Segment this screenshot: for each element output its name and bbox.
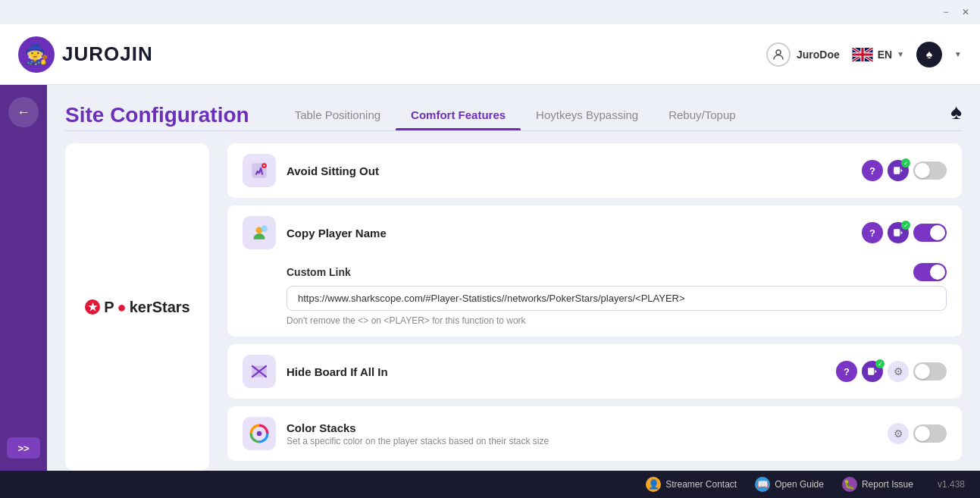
svg-text:★: ★ [88, 301, 98, 313]
copy-player-name-label: Copy Player Name [286, 227, 851, 240]
streamer-contact-button[interactable]: 👤 Streamer Contact [646, 477, 737, 492]
avatar-chevron-icon: ▼ [954, 50, 962, 58]
lang-area[interactable]: EN ▼ [852, 48, 904, 61]
page-header: Site Configuration Table Positioning Com… [65, 100, 962, 130]
svg-text:🧙: 🧙 [24, 42, 49, 66]
hide-board-controls: ? ✓ ⚙ [836, 361, 947, 382]
copy-player-name-controls: ? ✓ [862, 222, 947, 243]
svg-marker-9 [901, 169, 903, 173]
sidebar: ← >> [0, 85, 47, 471]
username: JuroDoe [797, 49, 840, 61]
avoid-sitting-out-controls: ? ✓ [862, 160, 947, 181]
svg-point-2 [776, 50, 781, 55]
avoid-sitting-out-video-button[interactable]: ✓ [888, 160, 909, 181]
feature-row-avoid-sitting-out: Avoid Sitting Out ? ✓ [227, 143, 962, 198]
feature-row-hide-board: Hide Board If All In ? ✓ ⚙ [227, 344, 962, 399]
pokerstars-text: P [104, 299, 114, 316]
hide-board-icon [243, 355, 276, 388]
color-stacks-desc: Set a specific color on the player stack… [286, 436, 877, 446]
open-guide-label: Open Guide [775, 479, 824, 490]
avoid-sitting-out-icon [243, 154, 276, 187]
custom-link-input[interactable] [286, 286, 947, 311]
lang-text: EN [878, 49, 892, 61]
close-button[interactable]: ✕ [960, 7, 971, 17]
minimize-button[interactable]: − [941, 7, 951, 17]
user-icon [766, 42, 791, 67]
avoid-sitting-out-label: Avoid Sitting Out [286, 164, 851, 177]
site-card: ★ P●kerStars [65, 143, 209, 471]
svg-point-18 [257, 431, 262, 437]
pokerstars-icon: ★ [84, 299, 101, 315]
hide-board-label: Hide Board If All In [286, 365, 825, 378]
tab-rebuy-topup[interactable]: Rebuy/Topup [653, 102, 750, 130]
avoid-sitting-out-video-badge: ✓ [901, 158, 910, 168]
avoid-sitting-out-help-button[interactable]: ? [862, 160, 883, 181]
custom-link-row: Custom Link Don't remove the <> on <PLAY… [243, 263, 947, 326]
tab-table-positioning[interactable]: Table Positioning [280, 102, 396, 130]
back-button[interactable]: ← [8, 97, 39, 127]
avatar-button[interactable]: ♠ [916, 42, 942, 67]
header: 🧙 JUROJIN JuroDoe EN ▼ [0, 24, 980, 85]
open-guide-button[interactable]: 📖 Open Guide [755, 477, 824, 492]
hide-board-help-button[interactable]: ? [836, 361, 857, 382]
report-issue-button[interactable]: 🐛 Report Issue [842, 477, 913, 492]
content-area: Site Configuration Table Positioning Com… [47, 85, 980, 471]
copy-player-name-icon [243, 216, 276, 249]
logo-icon: 🧙 [18, 36, 55, 73]
svg-rect-15 [868, 368, 874, 374]
flag-icon [852, 48, 873, 61]
hide-board-video-badge: ✓ [875, 359, 885, 368]
tab-comfort-features[interactable]: Comfort Features [396, 102, 521, 130]
color-stacks-gear-button[interactable]: ⚙ [888, 423, 909, 444]
custom-link-label: Custom Link [286, 266, 351, 278]
tab-hoytkeys-bypassing[interactable]: Hoytkeys Bypassing [521, 102, 653, 130]
open-guide-icon: 📖 [755, 477, 770, 492]
copy-player-name-help-button[interactable]: ? [862, 222, 883, 243]
expand-button[interactable]: >> [7, 437, 40, 459]
streamer-contact-label: Streamer Contact [665, 479, 737, 490]
page-title: Site Configuration [65, 103, 249, 127]
logo-text: JUROJIN [62, 42, 153, 66]
custom-link-hint: Don't remove the <> on <PLAYER> for this… [286, 315, 947, 326]
hide-board-toggle[interactable] [913, 362, 947, 381]
avatar-spade-icon: ♠ [926, 48, 933, 61]
color-stacks-icon [243, 417, 276, 450]
report-issue-label: Report Issue [862, 479, 913, 490]
copy-player-name-toggle[interactable] [913, 224, 947, 242]
hide-board-gear-button[interactable]: ⚙ [888, 361, 909, 382]
version-label: v1.438 [938, 479, 965, 490]
header-right: JuroDoe EN ▼ ♠ ▼ [766, 42, 962, 67]
two-col: ★ P●kerStars Avoid Sitting Out [65, 143, 962, 471]
custom-link-header: Custom Link [286, 263, 947, 281]
color-stacks-controls: ⚙ [888, 423, 947, 444]
features-panel: Avoid Sitting Out ? ✓ [227, 143, 962, 471]
footer: 👤 Streamer Contact 📖 Open Guide 🐛 Report… [0, 471, 980, 498]
tab-divider [65, 130, 962, 131]
avoid-sitting-out-toggle[interactable] [913, 161, 947, 180]
custom-link-toggle[interactable] [913, 263, 947, 281]
svg-point-11 [261, 225, 268, 232]
main-layout: ← >> Site Configuration Table Positionin… [0, 85, 980, 471]
color-stacks-name-wrap: Color Stacks Set a specific color on the… [286, 421, 877, 446]
tab-spade-icon: ♠ [950, 100, 962, 130]
color-stacks-toggle[interactable] [913, 424, 947, 443]
copy-player-name-video-button[interactable]: ✓ [888, 222, 909, 243]
color-stacks-label: Color Stacks [286, 421, 877, 434]
report-issue-icon: 🐛 [842, 477, 857, 492]
logo-area: 🧙 JUROJIN [18, 36, 766, 73]
svg-rect-8 [894, 167, 900, 174]
feature-row-copy-player-name: Copy Player Name ? ✓ Custom Link [227, 205, 962, 337]
hide-board-video-button[interactable]: ✓ [862, 361, 883, 382]
tabs: Table Positioning Comfort Features Hoytk… [280, 100, 962, 130]
user-area[interactable]: JuroDoe [766, 42, 840, 67]
streamer-contact-icon: 👤 [646, 477, 661, 492]
title-bar: − ✕ [0, 0, 980, 24]
svg-rect-12 [894, 229, 900, 236]
copy-player-name-video-badge: ✓ [901, 221, 910, 230]
lang-chevron-icon: ▼ [897, 50, 904, 58]
feature-row-color-stacks: Color Stacks Set a specific color on the… [227, 406, 962, 461]
svg-marker-16 [875, 370, 877, 374]
pokerstars-logo: ★ P●kerStars [84, 299, 190, 316]
svg-marker-13 [901, 231, 903, 235]
